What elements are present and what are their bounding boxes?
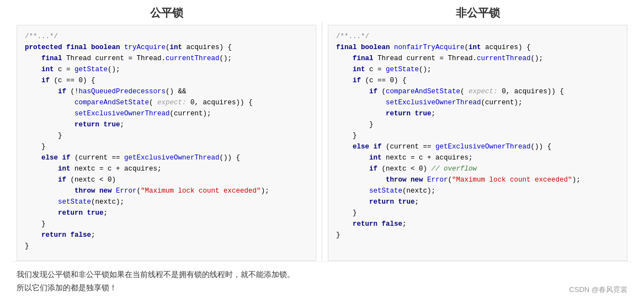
page-container: 公平锁 /**...*/ protected final boolean try…: [0, 0, 644, 303]
right-code: /**...*/ final boolean nonfairTryAcquire…: [336, 31, 619, 241]
right-title: 非公平锁: [328, 6, 627, 20]
left-code-block: /**...*/ protected final boolean tryAcqu…: [17, 25, 316, 261]
right-code-block: /**...*/ final boolean nonfairTryAcquire…: [328, 25, 627, 261]
left-code: /**...*/ protected final boolean tryAcqu…: [25, 31, 308, 252]
left-column: 公平锁 /**...*/ protected final boolean try…: [11, 6, 322, 261]
bottom-description: 我们发现公平锁和非公平锁如果在当前线程不是拥有锁的线程时，就不能添加锁。 所以它…: [17, 268, 295, 295]
watermark: CSDN @春风霓裳: [569, 285, 627, 295]
bottom-text-line2: 所以它们添加的都是独享锁！: [17, 281, 295, 295]
bottom-section: 我们发现公平锁和非公平锁如果在当前线程不是拥有锁的线程时，就不能添加锁。 所以它…: [11, 261, 633, 297]
right-column: 非公平锁 /**...*/ final boolean nonfairTryAc…: [322, 6, 633, 261]
left-title: 公平锁: [17, 6, 316, 20]
bottom-text-line1: 我们发现公平锁和非公平锁如果在当前线程不是拥有锁的线程时，就不能添加锁。: [17, 268, 295, 281]
top-section: 公平锁 /**...*/ protected final boolean try…: [11, 6, 633, 261]
